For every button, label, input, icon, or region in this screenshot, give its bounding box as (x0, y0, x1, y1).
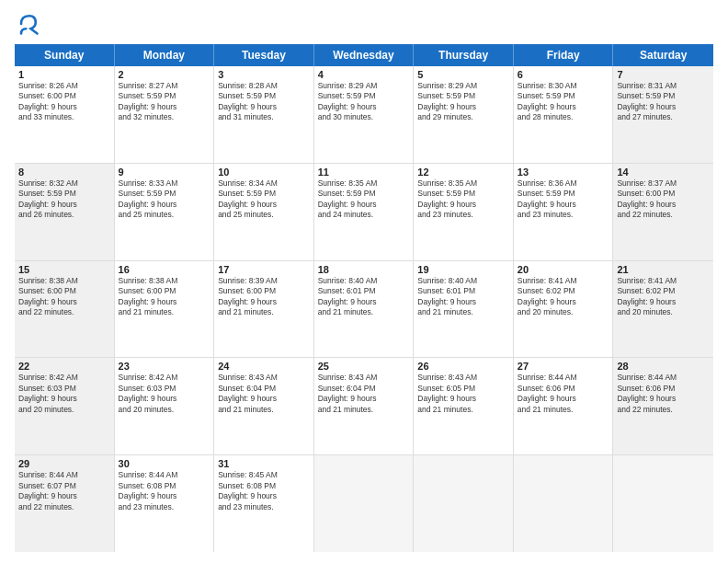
calendar-cell: 6 Sunrise: 8:30 AMSunset: 5:59 PMDayligh… (514, 66, 614, 163)
day-number: 20 (518, 264, 609, 275)
cell-text: Sunrise: 8:42 AMSunset: 6:03 PMDaylight:… (119, 373, 210, 415)
header-day-monday: Monday (115, 44, 215, 66)
day-number: 5 (417, 69, 509, 80)
day-number: 27 (518, 361, 609, 372)
calendar-cell: 12 Sunrise: 8:35 AMSunset: 5:59 PMDaylig… (414, 164, 514, 260)
day-number: 29 (18, 458, 110, 469)
cell-text: Sunrise: 8:38 AMSunset: 6:00 PMDaylight:… (18, 276, 110, 318)
calendar-cell: 17 Sunrise: 8:39 AMSunset: 6:00 PMDaylig… (214, 261, 314, 358)
calendar-cell: 20 Sunrise: 8:41 AMSunset: 6:02 PMDaylig… (514, 261, 614, 358)
logo-icon (15, 11, 40, 37)
day-number: 1 (18, 69, 110, 80)
calendar-cell (314, 455, 415, 552)
cell-text: Sunrise: 8:29 AMSunset: 5:59 PMDaylight:… (417, 81, 509, 123)
calendar-cell: 13 Sunrise: 8:36 AMSunset: 5:59 PMDaylig… (514, 164, 614, 260)
cell-text: Sunrise: 8:44 AMSunset: 6:06 PMDaylight:… (518, 373, 609, 415)
cell-text: Sunrise: 8:40 AMSunset: 6:01 PMDaylight:… (318, 276, 410, 318)
day-number: 30 (119, 458, 210, 469)
calendar-cell: 21 Sunrise: 8:41 AMSunset: 6:02 PMDaylig… (613, 261, 713, 358)
day-number: 15 (18, 264, 110, 275)
cell-text: Sunrise: 8:32 AMSunset: 5:59 PMDaylight:… (18, 178, 110, 221)
calendar-cell: 15 Sunrise: 8:38 AMSunset: 6:00 PMDaylig… (15, 261, 115, 358)
calendar-cell: 24 Sunrise: 8:43 AMSunset: 6:04 PMDaylig… (214, 358, 314, 454)
day-number: 2 (119, 69, 210, 80)
calendar-cell: 28 Sunrise: 8:44 AMSunset: 6:06 PMDaylig… (613, 358, 713, 454)
cell-text: Sunrise: 8:43 AMSunset: 6:05 PMDaylight:… (417, 373, 509, 415)
calendar-cell: 14 Sunrise: 8:37 AMSunset: 6:00 PMDaylig… (613, 164, 713, 260)
calendar-cell: 18 Sunrise: 8:40 AMSunset: 6:01 PMDaylig… (314, 261, 415, 358)
header-day-thursday: Thursday (414, 44, 514, 66)
calendar-cell: 10 Sunrise: 8:34 AMSunset: 5:59 PMDaylig… (214, 164, 314, 260)
header (15, 11, 713, 37)
cell-text: Sunrise: 8:44 AMSunset: 6:06 PMDaylight:… (617, 373, 710, 415)
day-number: 26 (417, 361, 509, 372)
cell-text: Sunrise: 8:35 AMSunset: 5:59 PMDaylight:… (318, 178, 410, 221)
day-number: 6 (518, 69, 609, 80)
header-day-wednesday: Wednesday (314, 44, 415, 66)
day-number: 19 (417, 264, 509, 275)
cell-text: Sunrise: 8:38 AMSunset: 6:00 PMDaylight:… (119, 276, 210, 318)
calendar-cell (414, 455, 514, 552)
header-day-friday: Friday (514, 44, 614, 66)
day-number: 14 (617, 167, 710, 178)
cell-text: Sunrise: 8:27 AMSunset: 5:59 PMDaylight:… (119, 81, 210, 123)
calendar: SundayMondayTuesdayWednesdayThursdayFrid… (15, 44, 713, 552)
cell-text: Sunrise: 8:42 AMSunset: 6:03 PMDaylight:… (18, 373, 110, 415)
day-number: 18 (318, 264, 410, 275)
week-row-5: 29 Sunrise: 8:44 AMSunset: 6:07 PMDaylig… (15, 455, 713, 552)
calendar-header: SundayMondayTuesdayWednesdayThursdayFrid… (15, 44, 713, 66)
cell-text: Sunrise: 8:33 AMSunset: 5:59 PMDaylight:… (119, 178, 210, 221)
cell-text: Sunrise: 8:29 AMSunset: 5:59 PMDaylight:… (318, 81, 410, 123)
cell-text: Sunrise: 8:43 AMSunset: 6:04 PMDaylight:… (318, 373, 410, 415)
day-number: 3 (218, 69, 310, 80)
cell-text: Sunrise: 8:34 AMSunset: 5:59 PMDaylight:… (218, 178, 310, 221)
day-number: 22 (18, 361, 110, 372)
day-number: 17 (218, 264, 310, 275)
day-number: 23 (119, 361, 210, 372)
calendar-cell: 22 Sunrise: 8:42 AMSunset: 6:03 PMDaylig… (15, 358, 115, 454)
day-number: 28 (617, 361, 710, 372)
cell-text: Sunrise: 8:31 AMSunset: 5:59 PMDaylight:… (617, 81, 710, 123)
calendar-cell: 25 Sunrise: 8:43 AMSunset: 6:04 PMDaylig… (314, 358, 415, 454)
page: SundayMondayTuesdayWednesdayThursdayFrid… (0, 0, 728, 563)
cell-text: Sunrise: 8:43 AMSunset: 6:04 PMDaylight:… (218, 373, 310, 415)
calendar-cell: 26 Sunrise: 8:43 AMSunset: 6:05 PMDaylig… (414, 358, 514, 454)
cell-text: Sunrise: 8:41 AMSunset: 6:02 PMDaylight:… (617, 276, 710, 318)
header-day-sunday: Sunday (15, 44, 115, 66)
calendar-cell: 27 Sunrise: 8:44 AMSunset: 6:06 PMDaylig… (514, 358, 614, 454)
cell-text: Sunrise: 8:44 AMSunset: 6:07 PMDaylight:… (18, 470, 110, 512)
calendar-cell: 23 Sunrise: 8:42 AMSunset: 6:03 PMDaylig… (115, 358, 215, 454)
day-number: 10 (218, 167, 310, 178)
day-number: 7 (617, 69, 710, 80)
cell-text: Sunrise: 8:45 AMSunset: 6:08 PMDaylight:… (218, 470, 310, 512)
week-row-1: 1 Sunrise: 8:26 AMSunset: 6:00 PMDayligh… (15, 66, 713, 164)
cell-text: Sunrise: 8:40 AMSunset: 6:01 PMDaylight:… (417, 276, 509, 318)
day-number: 4 (318, 69, 410, 80)
logo (15, 11, 44, 37)
calendar-cell: 7 Sunrise: 8:31 AMSunset: 5:59 PMDayligh… (613, 66, 713, 163)
calendar-cell: 3 Sunrise: 8:28 AMSunset: 5:59 PMDayligh… (214, 66, 314, 163)
header-day-saturday: Saturday (613, 44, 713, 66)
calendar-cell: 4 Sunrise: 8:29 AMSunset: 5:59 PMDayligh… (314, 66, 415, 163)
calendar-body: 1 Sunrise: 8:26 AMSunset: 6:00 PMDayligh… (15, 66, 713, 552)
header-day-tuesday: Tuesday (214, 44, 314, 66)
cell-text: Sunrise: 8:36 AMSunset: 5:59 PMDaylight:… (518, 178, 609, 221)
day-number: 11 (318, 167, 410, 178)
calendar-cell: 11 Sunrise: 8:35 AMSunset: 5:59 PMDaylig… (314, 164, 415, 260)
cell-text: Sunrise: 8:39 AMSunset: 6:00 PMDaylight:… (218, 276, 310, 318)
day-number: 16 (119, 264, 210, 275)
cell-text: Sunrise: 8:30 AMSunset: 5:59 PMDaylight:… (518, 81, 609, 123)
day-number: 21 (617, 264, 710, 275)
calendar-cell (514, 455, 614, 552)
day-number: 12 (417, 167, 509, 178)
calendar-cell: 9 Sunrise: 8:33 AMSunset: 5:59 PMDayligh… (115, 164, 215, 260)
week-row-4: 22 Sunrise: 8:42 AMSunset: 6:03 PMDaylig… (15, 358, 713, 455)
cell-text: Sunrise: 8:44 AMSunset: 6:08 PMDaylight:… (119, 470, 210, 512)
day-number: 25 (318, 361, 410, 372)
calendar-cell: 1 Sunrise: 8:26 AMSunset: 6:00 PMDayligh… (15, 66, 115, 163)
calendar-cell: 19 Sunrise: 8:40 AMSunset: 6:01 PMDaylig… (414, 261, 514, 358)
day-number: 9 (119, 167, 210, 178)
day-number: 31 (218, 458, 310, 469)
calendar-cell: 29 Sunrise: 8:44 AMSunset: 6:07 PMDaylig… (15, 455, 115, 552)
calendar-cell: 5 Sunrise: 8:29 AMSunset: 5:59 PMDayligh… (414, 66, 514, 163)
